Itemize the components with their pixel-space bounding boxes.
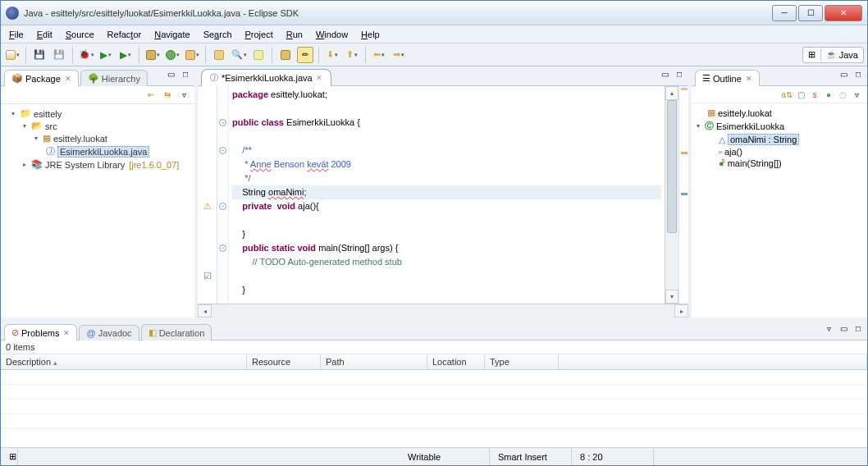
tree-jre[interactable]: ▸ 📚 JRE System Library [jre1.6.0_07] (2, 158, 193, 171)
open-perspective-icon[interactable]: ⊞ (808, 49, 815, 60)
task-button[interactable] (250, 47, 267, 63)
scroll-left-button[interactable]: ◂ (198, 304, 212, 318)
expander-icon[interactable]: ▾ (31, 134, 40, 143)
minimize-view-icon[interactable]: ▭ (838, 322, 849, 334)
tab-problems[interactable]: ⊘ Problems ✕ (4, 324, 77, 340)
tab-hierarchy[interactable]: 🌳 Hierarchy (80, 70, 148, 86)
menu-search[interactable]: Search (199, 28, 237, 41)
new-class-button[interactable] (164, 47, 180, 63)
forward-button[interactable]: ➡ (391, 47, 407, 63)
col-type[interactable]: Type (485, 354, 559, 369)
editor-vscrollbar[interactable]: ▴ ▾ (665, 86, 678, 304)
close-icon[interactable]: ✕ (65, 75, 71, 83)
code-editor[interactable]: package esittely.luokat; public class Es… (229, 86, 665, 304)
outline-field[interactable]: △ omaNimi : String (693, 133, 866, 146)
fold-toggle-icon[interactable]: − (219, 147, 226, 154)
maximize-button[interactable]: ☐ (798, 5, 823, 21)
col-path[interactable]: Path (321, 354, 427, 369)
menu-edit[interactable]: Edit (32, 28, 57, 41)
run-button[interactable]: ▶ (98, 47, 114, 63)
view-menu-icon[interactable]: ▿ (178, 89, 190, 101)
table-row[interactable] (1, 385, 867, 400)
fold-toggle-icon[interactable]: − (219, 244, 226, 252)
problems-table[interactable]: Description ▴ Resource Path Location Typ… (1, 354, 867, 447)
menu-file[interactable]: File (4, 28, 29, 41)
scroll-down-button[interactable]: ▾ (665, 290, 678, 304)
prev-annotation-button[interactable]: ⬇ (324, 47, 340, 63)
menu-run[interactable]: Run (281, 28, 308, 41)
new-package-button[interactable] (144, 47, 161, 63)
open-type-button[interactable] (211, 47, 227, 63)
back-button[interactable]: ⬅ (371, 47, 387, 63)
link-editor-icon[interactable]: ⇆ (162, 89, 173, 101)
tab-declaration[interactable]: ◧ Declaration (141, 324, 212, 340)
overview-task-icon[interactable] (681, 193, 688, 195)
new-button[interactable] (4, 47, 21, 63)
outline-method-aja[interactable]: ▫ aja() (693, 146, 866, 158)
marker-gutter[interactable]: ⚠ ☑ (198, 86, 217, 304)
outline-tree[interactable]: ▦ esittely.luokat ▾ Ⓒ EsimerkkiLuokka △ … (692, 103, 867, 318)
run-last-button[interactable]: ▶ (117, 47, 134, 63)
tree-project[interactable]: ▾ 📁 esittely (2, 107, 193, 120)
toggle-highlight-button[interactable]: ✏ (297, 47, 313, 63)
editor-tab[interactable]: Ⓙ *EsimerkkiLuokka.java ✕ (201, 69, 331, 86)
collapse-all-icon[interactable]: ⇤ (145, 89, 157, 101)
overview-warning-icon[interactable] (681, 152, 688, 154)
tab-outline[interactable]: ☰ Outline ✕ (695, 70, 760, 86)
table-row[interactable] (1, 400, 867, 414)
tree-file[interactable]: Ⓙ EsimerkkiLuokka.java (2, 144, 193, 158)
menu-window[interactable]: Window (311, 28, 353, 41)
maximize-view-icon[interactable]: □ (852, 68, 864, 80)
expander-icon[interactable]: ▾ (20, 121, 29, 130)
toggle-mark-button[interactable] (277, 47, 294, 63)
close-icon[interactable]: ✕ (63, 329, 70, 337)
tab-package-explorer[interactable]: 📦 Package ✕ (4, 70, 79, 86)
tree-src[interactable]: ▾ 📂 src (2, 120, 193, 132)
debug-button[interactable]: 🐞 (78, 47, 94, 63)
save-button[interactable]: 💾 (31, 47, 48, 63)
maximize-view-icon[interactable]: □ (180, 68, 191, 80)
save-all-button[interactable]: 💾 (51, 47, 67, 63)
editor-hscrollbar[interactable]: ◂ ▸ (198, 304, 688, 318)
scroll-thumb[interactable] (667, 100, 677, 233)
outline-class[interactable]: ▾ Ⓒ EsimerkkiLuokka (693, 119, 866, 133)
close-icon[interactable]: ✕ (316, 74, 322, 82)
fold-gutter[interactable]: − − − − (217, 86, 229, 304)
col-description[interactable]: Description ▴ (1, 354, 247, 369)
expander-icon[interactable]: ▾ (693, 121, 702, 130)
overview-ruler[interactable] (678, 86, 688, 304)
minimize-view-icon[interactable]: ▭ (165, 68, 176, 80)
new-folder-button[interactable] (184, 47, 200, 63)
minimize-view-icon[interactable]: ▭ (838, 68, 849, 80)
close-icon[interactable]: ✕ (746, 75, 752, 83)
col-resource[interactable]: Resource (247, 354, 321, 369)
menu-refactor[interactable]: Refactor (103, 28, 147, 41)
fold-toggle-icon[interactable]: − (219, 119, 226, 126)
expander-icon[interactable]: ▸ (20, 160, 29, 169)
outline-package[interactable]: ▦ esittely.luokat (693, 107, 866, 119)
package-tree[interactable]: ▾ 📁 esittely ▾ 📂 src ▾ ▦ esittel (1, 104, 194, 318)
scroll-right-button[interactable]: ▸ (674, 304, 688, 318)
col-location[interactable]: Location (427, 354, 485, 369)
minimize-button[interactable]: ─ (772, 5, 797, 21)
fold-toggle-icon[interactable]: − (219, 203, 226, 210)
close-button[interactable]: ✕ (825, 5, 862, 21)
task-marker-icon[interactable]: ☑ (203, 271, 212, 281)
next-annotation-button[interactable]: ⬆ (344, 47, 360, 63)
table-row[interactable] (1, 414, 867, 429)
hide-static-icon[interactable]: s (809, 89, 820, 100)
view-menu-icon[interactable]: ▿ (851, 89, 862, 100)
warning-marker-icon[interactable]: ⚠ (203, 201, 212, 212)
tab-javadoc[interactable]: @ Javadoc (79, 325, 139, 340)
perspective-switcher[interactable]: ⊞ ☕ Java (802, 47, 864, 63)
menu-project[interactable]: Project (240, 28, 278, 41)
menu-source[interactable]: Source (61, 28, 99, 41)
expander-icon[interactable]: ▾ (8, 109, 17, 118)
tree-package[interactable]: ▾ ▦ esittely.luokat (2, 132, 193, 144)
table-row[interactable] (1, 370, 867, 385)
sort-icon[interactable]: a⇅ (781, 89, 793, 100)
view-menu-icon[interactable]: ▿ (823, 322, 834, 334)
minimize-editor-icon[interactable]: ▭ (659, 68, 670, 80)
maximize-editor-icon[interactable]: □ (674, 68, 685, 80)
maximize-view-icon[interactable]: □ (852, 322, 864, 334)
